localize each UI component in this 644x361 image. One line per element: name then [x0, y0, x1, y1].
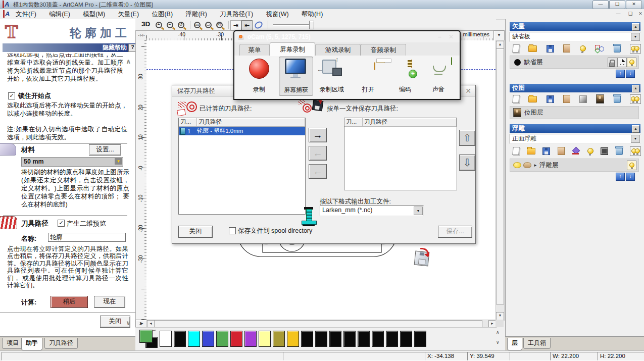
zoom-in-icon[interactable]: + [154, 20, 164, 29]
tab-toolpaths[interactable]: 刀具路径 [44, 338, 78, 349]
vscroll-down-arrow[interactable]: ▼ [496, 312, 504, 320]
palette-swatch[interactable] [329, 331, 341, 347]
preview-2d-checkbox[interactable]: ✓ [58, 220, 65, 227]
palette-scroll-down[interactable]: ∨ [496, 340, 500, 345]
save-bitmap-icon[interactable] [547, 95, 554, 103]
bitmap-collapse-button[interactable]: ▲ [632, 85, 639, 92]
canvas-vscrollbar[interactable]: ▲ ▼ [496, 40, 505, 321]
single-file-toolpath-list[interactable]: 刀... 刀具路径 [344, 118, 457, 190]
menu-item-bitmap[interactable]: 位图(B) [146, 9, 178, 19]
layer-lock-icon[interactable] [608, 58, 617, 67]
menu-item-file[interactable]: 文件(F) [10, 9, 42, 19]
relief-dropdown-icon[interactable]: ▼ [631, 135, 640, 143]
material-thickness-dropdown-icon[interactable]: ▼ [115, 158, 122, 165]
ocam-close-icon[interactable]: ✕ [449, 31, 454, 42]
vscroll-thumb[interactable] [496, 48, 504, 304]
move-left-all-button-disabled[interactable]: ← [309, 164, 327, 179]
calculated-toolpath-list[interactable]: 刀... 刀具路径 1 轮廓 - 塑料1.0mm [178, 118, 306, 215]
ruler-unit-dropdown[interactable]: ▼▼ [493, 30, 505, 41]
greyscale-icon[interactable] [579, 95, 587, 103]
palette-swatch[interactable] [259, 331, 271, 347]
hscroll-right-arrow[interactable]: ► [488, 320, 496, 328]
new-relief-layer-icon[interactable] [512, 147, 520, 155]
transform-in-icon[interactable]: ⇥ [230, 20, 241, 30]
snap-shapes-icon[interactable] [595, 45, 604, 53]
close-button[interactable]: ✕ [626, 1, 642, 9]
zoom-fit-objects-icon[interactable]: ◱ [214, 20, 224, 29]
zoom-fit-page-icon[interactable]: ▭ [203, 20, 213, 29]
zoom-previous-icon[interactable]: ↺ [176, 20, 186, 29]
palette-swatch[interactable] [287, 331, 299, 347]
tab-project[interactable]: 项目 [2, 338, 23, 349]
palette-swatch[interactable] [230, 331, 242, 347]
new-bitmap-layer-icon[interactable] [512, 95, 520, 103]
move-up-button[interactable]: ⇧ [459, 130, 475, 146]
new-layer-icon[interactable] [512, 44, 520, 53]
merge-relief-icon[interactable] [558, 147, 565, 155]
layer-snap-icon[interactable] [617, 58, 627, 67]
palette-swatch[interactable] [202, 331, 214, 347]
vector-sheet-combo[interactable]: 缺省板 ▼ [510, 32, 641, 42]
lasso-select-icon[interactable] [254, 20, 264, 29]
bitmap-visibility-icon[interactable] [630, 94, 641, 104]
merge-bitmap-icon[interactable] [563, 95, 570, 103]
layer-visibility-icon[interactable] [627, 58, 636, 67]
delete-relief-icon[interactable] [616, 147, 623, 155]
relief-layer-up-button[interactable]: ↑ [616, 173, 625, 181]
palette-swatch[interactable] [315, 331, 327, 347]
menu-item-relief[interactable]: 浮雕(R) [180, 9, 212, 19]
ocam-tab-menu[interactable]: 菜单 [239, 44, 270, 56]
menu-item-vector[interactable]: 矢量(E) [112, 9, 144, 19]
toggle-visibility-icon[interactable] [580, 45, 586, 51]
mdi-close-button[interactable]: ✕ [635, 11, 644, 17]
menu-item-toolpath[interactable]: 刀具路径(T) [214, 9, 259, 19]
machine-format-dropdown-icon[interactable]: ▼ [414, 207, 423, 215]
minimize-button[interactable]: — [592, 1, 609, 9]
open-relief-icon[interactable] [527, 148, 535, 154]
open-layer-icon[interactable] [528, 45, 537, 52]
tab-assistant[interactable]: 助手 [21, 338, 42, 350]
palette-swatch[interactable] [301, 331, 313, 347]
zoom-slider-track[interactable] [273, 24, 313, 25]
palette-swatch[interactable] [174, 331, 186, 347]
calculate-later-button[interactable]: 稍后 [51, 296, 88, 308]
ocam-open-button[interactable]: 打开 [352, 57, 385, 95]
relief-layer-row[interactable]: ► 浮雕层 [510, 159, 639, 172]
relief-stack-icon[interactable] [572, 147, 580, 154]
toolpath-name-input[interactable] [48, 233, 126, 242]
open-bitmap-icon[interactable] [528, 96, 537, 102]
palette-swatch[interactable] [400, 331, 412, 347]
mdi-restore-button[interactable]: ❑ [625, 11, 635, 17]
spool-checkbox[interactable] [229, 227, 236, 234]
move-down-button[interactable]: ⇩ [459, 154, 475, 171]
transform-out-icon[interactable]: ⇤ [241, 20, 253, 30]
ocam-sound-button[interactable]: 声音 [422, 57, 455, 95]
relief-preview-icon[interactable] [601, 147, 608, 155]
palette-swatch[interactable] [414, 331, 426, 347]
menu-item-help[interactable]: 帮助(H) [296, 9, 328, 19]
zoom-out-icon[interactable]: − [165, 20, 175, 29]
relief-layer-visibility-icon[interactable] [627, 161, 636, 170]
toolpath-list-row[interactable]: 1 轮廓 - 塑料1.0mm [179, 127, 305, 135]
relief-collapse-button[interactable]: ▲ [632, 125, 639, 133]
relief-all-visibility-icon[interactable] [630, 146, 641, 156]
primary-color-swatch[interactable] [139, 330, 153, 343]
ocam-encode-button[interactable]: + 编码 [388, 57, 422, 95]
hscroll-thumb[interactable] [154, 320, 482, 328]
relief-layer-down-button[interactable]: ↓ [626, 173, 635, 181]
scroll-up-chevron[interactable]: ∧ [126, 58, 131, 65]
move-right-button[interactable]: → [309, 128, 327, 142]
color-link-icon[interactable]: ⚯ [152, 328, 156, 333]
palette-swatch[interactable] [372, 331, 384, 347]
ocam-screen-capture-button[interactable]: 屏幕捕获 [279, 57, 313, 96]
calculate-now-button[interactable]: 现在 [94, 296, 125, 308]
ocam-record-region-button[interactable]: ↑ ← 录制区域 [315, 57, 349, 95]
relief-visibility-icon[interactable] [587, 148, 593, 154]
ocam-minimize-icon[interactable]: – [438, 31, 441, 42]
delete-bitmap-icon[interactable] [614, 95, 621, 103]
menu-item-edit[interactable]: 编辑(E) [43, 9, 76, 19]
zoom-1to1-icon[interactable]: 1:1 [192, 20, 202, 29]
ocam-record-button[interactable]: 录制 [242, 57, 276, 95]
zoom-slider-handle[interactable] [309, 21, 314, 29]
save-dialog-close-icon[interactable]: ✕ [465, 85, 471, 96]
